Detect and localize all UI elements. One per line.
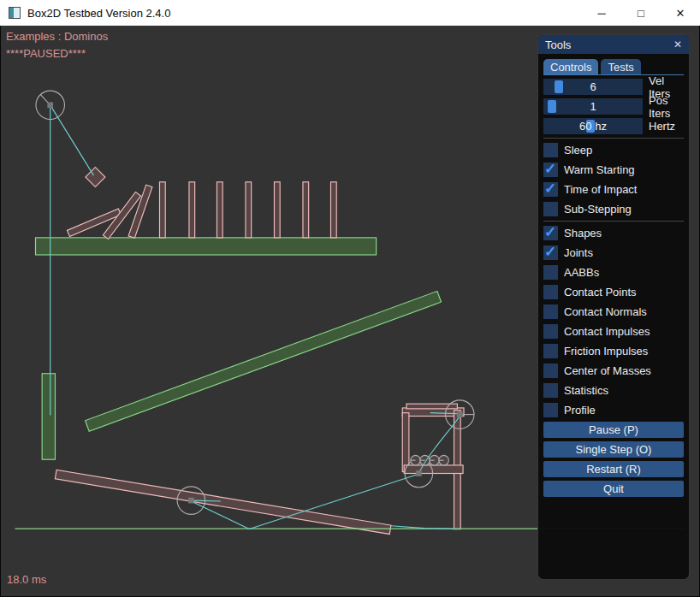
minimize-button[interactable]: ─ [582, 0, 621, 26]
separator [543, 221, 684, 222]
single-step-button[interactable]: Single Step (O) [543, 441, 684, 458]
checkbox-row-aabbs[interactable]: AABBs [543, 264, 684, 281]
joint-anchor [457, 411, 463, 417]
checkbox-label-profile: Profile [564, 404, 596, 417]
checkbox-aabbs[interactable] [543, 265, 558, 280]
slider-hertz[interactable]: 60 hz [543, 118, 643, 134]
app-icon [9, 7, 21, 19]
checkbox-friction-impulses[interactable] [543, 344, 558, 358]
checkbox-sleep[interactable] [543, 143, 558, 157]
quit-button[interactable]: Quit [543, 481, 684, 497]
static-body [86, 291, 442, 431]
example-label: Examples : Dominos [6, 30, 108, 43]
tools-panel: Tools ✕ ControlsTests 6Vel Iters1Pos Ite… [537, 34, 690, 580]
dynamic-body [404, 465, 463, 474]
checkbox-label-sub-stepping: Sub-Stepping [564, 203, 632, 216]
tab-controls[interactable]: Controls [543, 59, 598, 74]
checkbox-label-contact-normals: Contact Normals [564, 305, 647, 318]
dynamic-body [217, 182, 222, 238]
separator [543, 138, 684, 139]
checkbox-row-time-of-impact[interactable]: ✓Time of Impact [543, 181, 684, 198]
dynamic-body [189, 182, 195, 238]
checkbox-contact-normals[interactable] [543, 304, 558, 319]
minimize-icon: ─ [597, 7, 605, 20]
check-icon: ✓ [544, 180, 556, 198]
app-window: { "window": { "title": "Box2D Testbed Ve… [0, 0, 700, 597]
checkbox-row-warm-starting[interactable]: ✓Warm Starting [543, 162, 684, 178]
check-icon: ✓ [544, 223, 556, 241]
tab-bar: ControlsTests [543, 59, 684, 74]
joint-line [50, 105, 94, 175]
tab-tests[interactable]: Tests [601, 59, 640, 74]
checkbox-label-statistics: Statistics [564, 384, 608, 397]
checkbox-row-contact-normals[interactable]: Contact Normals [543, 304, 684, 320]
checkbox-contact-impulses[interactable] [543, 324, 558, 339]
checkbox-row-statistics[interactable]: Statistics [543, 382, 684, 399]
checkbox-label-friction-impulses: Friction Impulses [564, 345, 648, 358]
checkbox-center-of-masses[interactable] [543, 364, 558, 378]
panel-titlebar[interactable]: Tools ✕ [538, 35, 689, 54]
slider-list: 6Vel Iters1Pos Iters60 hzHertz [543, 79, 684, 134]
checkbox-label-joints: Joints [564, 246, 593, 259]
checkbox-row-sleep[interactable]: Sleep [543, 142, 684, 158]
titlebar[interactable]: Box2D Testbed Version 2.4.0 ─ □ ✕ [0, 0, 700, 26]
slider-vel-iters[interactable]: 6 [543, 79, 643, 95]
dynamic-body [303, 182, 309, 238]
paused-label: ****PAUSED**** [6, 47, 86, 60]
slider-pos-iters[interactable]: 1 [543, 98, 643, 115]
checkbox-row-joints[interactable]: ✓Joints [543, 245, 684, 261]
dynamic-body [159, 182, 165, 238]
joint-anchor [188, 498, 194, 504]
checkbox-sub-stepping[interactable] [543, 202, 558, 216]
checkbox-label-aabbs: AABBs [564, 266, 599, 279]
slider-label-pos-iters: Pos Iters [649, 94, 684, 120]
pause-button[interactable]: Pause (P) [543, 422, 684, 438]
checkbox-row-shapes[interactable]: ✓Shapes [543, 225, 684, 241]
checkbox-profile[interactable] [543, 403, 558, 417]
close-button[interactable]: ✕ [661, 0, 700, 26]
restart-button[interactable]: Restart (R) [543, 461, 684, 477]
frame-time-label: 18.0 ms [7, 573, 46, 586]
joint-anchor [416, 470, 422, 476]
dynamic-body [55, 470, 391, 534]
slider-row-pos-iters: 1Pos Iters [543, 98, 684, 115]
checkbox-joints[interactable]: ✓ [543, 245, 558, 260]
checkbox-label-time-of-impact: Time of Impact [564, 183, 637, 196]
checkbox-label-center-of-masses: Center of Masses [564, 364, 651, 377]
canvas-area: Examples : Dominos ****PAUSED**** 18.0 m… [0, 26, 700, 597]
maximize-button[interactable]: □ [621, 0, 661, 26]
dynamic-body [128, 185, 152, 238]
slider-label-hertz: Hertz [649, 120, 675, 133]
window-controls: ─ □ ✕ [582, 0, 700, 26]
panel-close-icon[interactable]: ✕ [668, 38, 682, 50]
checkbox-row-sub-stepping[interactable]: Sub-Stepping [543, 201, 684, 217]
checkbox-warm-starting[interactable]: ✓ [543, 163, 558, 177]
checkbox-statistics[interactable] [543, 383, 558, 398]
dynamic-body [86, 168, 105, 187]
maximize-icon: □ [638, 7, 644, 20]
checkbox-label-contact-impulses: Contact Impulses [564, 325, 650, 338]
checkbox-row-friction-impulses[interactable]: Friction Impulses [543, 343, 684, 359]
checkbox-label-shapes: Shapes [564, 227, 602, 239]
panel-body: ControlsTests 6Vel Iters1Pos Iters60 hzH… [538, 54, 689, 497]
slider-value-vel-iters: 6 [543, 79, 643, 95]
checkbox-row-contact-impulses[interactable]: Contact Impulses [543, 323, 684, 340]
checkbox-row-contact-points[interactable]: Contact Points [543, 284, 684, 300]
checkbox-shapes[interactable]: ✓ [543, 226, 558, 240]
checkbox-row-profile[interactable]: Profile [543, 402, 684, 418]
checkbox-label-sleep: Sleep [564, 144, 592, 157]
slider-value-pos-iters: 1 [543, 98, 643, 115]
checkbox-label-contact-points: Contact Points [564, 286, 637, 298]
panel-title: Tools [545, 38, 571, 51]
action-buttons: Pause (P)Single Step (O)Restart (R)Quit [543, 422, 684, 497]
check-icon: ✓ [544, 243, 556, 261]
slider-row-hertz: 60 hzHertz [543, 118, 684, 134]
dynamic-body [246, 182, 252, 238]
dynamic-body [274, 182, 280, 238]
joint-anchor [47, 102, 53, 108]
static-body [42, 374, 55, 459]
dynamic-body [402, 413, 409, 472]
checkbox-contact-points[interactable] [543, 285, 558, 299]
checkbox-row-center-of-masses[interactable]: Center of Masses [543, 363, 684, 379]
checkbox-time-of-impact[interactable]: ✓ [543, 182, 558, 197]
